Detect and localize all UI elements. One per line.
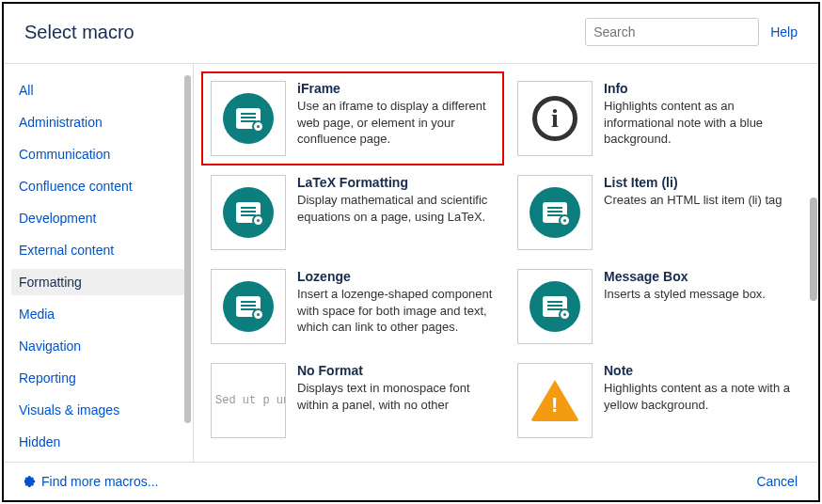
sidebar-item-development[interactable]: Development [11, 205, 185, 231]
macro-desc: Highlights content as a note with a yell… [604, 380, 801, 413]
sidebar-item-reporting[interactable]: Reporting [11, 365, 185, 391]
macro-thumb-icon [211, 269, 286, 344]
macro-note[interactable]: Note Highlights content as a note with a… [517, 363, 801, 438]
find-more-label: Find more macros... [41, 474, 158, 489]
select-macro-dialog: Select macro Help All Administration Com… [2, 2, 820, 502]
macro-desc: Creates an HTML list item (li) tag [604, 192, 782, 209]
sidebar-item-formatting[interactable]: Formatting [11, 269, 185, 295]
puzzle-icon [24, 475, 38, 488]
mono-text-icon: Sed ut p unde omn [211, 363, 286, 438]
macro-desc: Display mathematical and scientific equa… [297, 192, 495, 225]
macro-thumb-icon [517, 269, 593, 344]
macro-title: Lozenge [297, 269, 495, 284]
macro-list: iFrame Use an iframe to display a differ… [194, 64, 818, 462]
macro-title: LaTeX Formatting [297, 175, 495, 190]
macro-title: Message Box [604, 269, 766, 284]
sidebar-item-all[interactable]: All [11, 77, 185, 103]
macro-desc: Use an iframe to display a different web… [297, 98, 495, 148]
sidebar-item-media[interactable]: Media [11, 301, 185, 327]
sidebar-item-communication[interactable]: Communication [11, 141, 185, 167]
macro-message-box[interactable]: Message Box Inserts a styled message box… [517, 269, 801, 344]
macro-desc: Insert a lozenge-shaped component with s… [297, 286, 495, 336]
category-sidebar: All Administration Communication Conflue… [4, 64, 194, 462]
dialog-body: All Administration Communication Conflue… [4, 63, 818, 463]
macro-thumb-icon [517, 175, 593, 250]
macro-title: iFrame [297, 81, 495, 96]
cancel-button[interactable]: Cancel [756, 474, 798, 489]
warning-icon [517, 363, 593, 438]
help-link[interactable]: Help [770, 24, 798, 39]
macro-lozenge[interactable]: Lozenge Insert a lozenge-shaped componen… [211, 269, 495, 344]
header-right: Help [585, 18, 798, 46]
sidebar-item-external-content[interactable]: External content [11, 237, 185, 263]
macro-title: Note [604, 363, 801, 378]
sidebar-item-administration[interactable]: Administration [11, 109, 185, 135]
macro-thumb-icon [211, 81, 286, 156]
sidebar-item-confluence-content[interactable]: Confluence content [11, 173, 185, 199]
find-more-macros-link[interactable]: Find more macros... [24, 474, 158, 489]
macro-no-format[interactable]: Sed ut p unde omn No Format Displays tex… [211, 363, 495, 438]
macro-list-item[interactable]: List Item (li) Creates an HTML list item… [517, 175, 801, 250]
info-icon: i [517, 81, 593, 156]
macro-latex-formatting[interactable]: LaTeX Formatting Display mathematical an… [211, 175, 495, 250]
sidebar-item-hidden[interactable]: Hidden [11, 429, 185, 455]
search-input[interactable] [585, 18, 759, 46]
macro-title: List Item (li) [604, 175, 782, 190]
macro-desc: Highlights content as an informational n… [604, 98, 801, 148]
macro-desc: Inserts a styled message box. [604, 286, 766, 303]
macro-thumb-icon [211, 175, 286, 250]
macro-iframe[interactable]: iFrame Use an iframe to display a differ… [201, 71, 504, 165]
macro-title: No Format [297, 363, 495, 378]
macro-info[interactable]: i Info Highlights content as an informat… [517, 81, 801, 156]
sidebar-scrollbar[interactable] [184, 75, 191, 450]
macro-desc: Displays text in monospace font within a… [297, 380, 495, 413]
content-scrollbar[interactable] [809, 64, 818, 462]
sidebar-item-visuals-images[interactable]: Visuals & images [11, 397, 185, 423]
dialog-title: Select macro [24, 22, 134, 43]
dialog-header: Select macro Help [4, 4, 818, 63]
sidebar-item-navigation[interactable]: Navigation [11, 333, 185, 359]
macro-title: Info [604, 81, 801, 96]
dialog-footer: Find more macros... Cancel [4, 463, 818, 500]
